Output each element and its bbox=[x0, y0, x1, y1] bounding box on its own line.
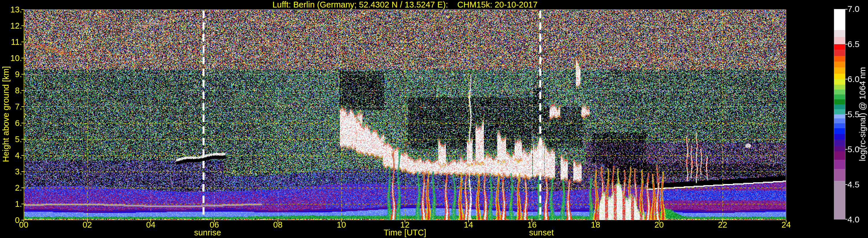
y-tick-label: 11. bbox=[11, 38, 22, 46]
y-tick-label: 9. bbox=[15, 70, 22, 78]
y-tick-label: 3. bbox=[15, 167, 22, 176]
y-tick-label: 13. bbox=[10, 5, 22, 14]
sunset-label: sunset bbox=[529, 229, 554, 237]
colorbar-tick-label: 4.5 bbox=[847, 180, 860, 189]
x-tick-label: 02 bbox=[83, 221, 92, 229]
y-tick-label: 12. bbox=[10, 22, 22, 30]
y-tick-label: 2. bbox=[15, 183, 22, 192]
y-tick-label: 4. bbox=[15, 151, 22, 160]
x-tick-label: 22 bbox=[718, 221, 727, 229]
sunrise-label: sunrise bbox=[194, 229, 221, 237]
y-tick-label: 10. bbox=[10, 54, 22, 62]
colorbar-label: log(rc-signal) @ 1064 nm bbox=[859, 67, 867, 161]
x-tick-label: 10 bbox=[337, 221, 346, 229]
y-tick-label: 7. bbox=[15, 103, 22, 111]
x-tick-label: 18 bbox=[591, 221, 600, 229]
y-tick-label: 8. bbox=[15, 87, 22, 95]
x-tick-label: 00 bbox=[19, 221, 28, 229]
heatmap-plot bbox=[20, 5, 790, 224]
ceilometer-quicklook-page: Lufft: Berlin (Germany; 52.4302 N / 13.5… bbox=[0, 0, 868, 238]
colorbar-tick-label: 7.0 bbox=[847, 5, 860, 13]
x-tick-label: 24 bbox=[781, 221, 791, 229]
y-tick-label: 1. bbox=[15, 200, 22, 208]
y-tick-label: 6. bbox=[15, 119, 22, 127]
colorbar-tick-label: 4.0 bbox=[847, 215, 860, 224]
x-tick-label: 20 bbox=[655, 221, 664, 229]
y-tick-label: 5. bbox=[15, 135, 22, 143]
x-tick-label: 04 bbox=[146, 221, 155, 229]
x-axis-label: Time [UTC] bbox=[383, 229, 426, 237]
y-axis-label: Height above ground [km] bbox=[2, 66, 10, 162]
colorbar bbox=[834, 8, 848, 220]
colorbar-tick-label: 6.5 bbox=[847, 40, 860, 48]
x-tick-label: 14 bbox=[464, 221, 473, 229]
x-tick-label: 08 bbox=[273, 221, 283, 229]
